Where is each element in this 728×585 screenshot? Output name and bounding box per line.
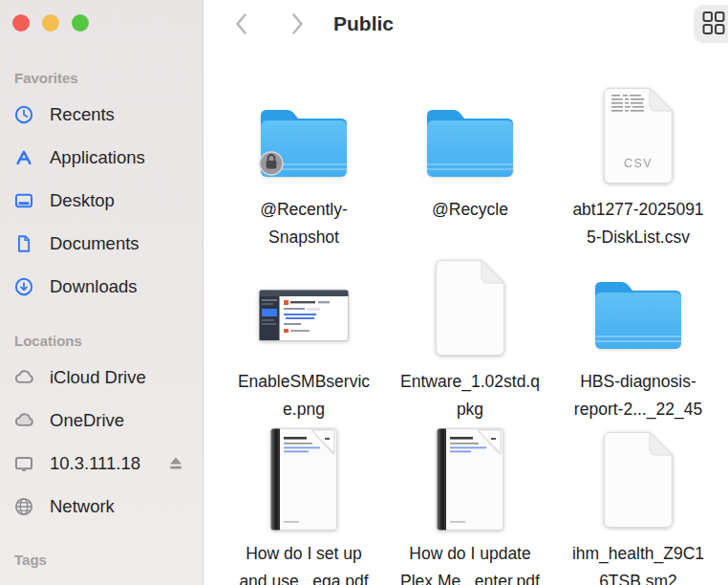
display-icon: [13, 453, 34, 474]
zoom-window-button[interactable]: [72, 14, 89, 32]
sidebar-item-label: OneDrive: [50, 410, 124, 431]
pdf-book-icon: [270, 428, 337, 531]
file-name: How do I set upand use...ega.pdf: [220, 540, 388, 585]
sidebar-section-heading: Tags: [14, 551, 47, 570]
file-name: ihm_health_Z9C16TSB.sm2: [554, 540, 722, 585]
minimize-window-button[interactable]: [42, 14, 59, 32]
desktop-icon: [13, 190, 34, 211]
sidebar-item-label: Documents: [50, 233, 139, 254]
csv-file-icon: CSV: [603, 87, 674, 184]
sidebar-item-label: iCloud Drive: [50, 367, 146, 388]
file-item-enablesmbservice-png[interactable]: EnableSMBservice.png: [220, 257, 388, 414]
sidebar-item-label: Applications: [50, 147, 145, 168]
sidebar-item-label: Desktop: [50, 190, 115, 211]
folder-icon: [421, 102, 519, 181]
file-item-recycle[interactable]: @Recycle: [386, 85, 554, 242]
grid-view-icon: [702, 11, 725, 38]
sidebar-section-heading: Favorites: [14, 69, 78, 88]
locked-folder-icon: [255, 102, 353, 181]
file-name: @Recently-Snapshot: [220, 196, 388, 251]
sidebar-item-icloud-drive[interactable]: iCloud Drive: [8, 360, 196, 395]
file-item-disklist-csv[interactable]: CSV abt1277-20250915-DiskList.csv: [554, 85, 722, 242]
cloud-icon: [13, 410, 34, 431]
generic-file-icon: [603, 431, 674, 529]
file-item-how-do-i-update-plex-pdf[interactable]: How do I updatePlex Me...enter.pdf: [386, 429, 554, 585]
download-circle-icon: [13, 276, 34, 297]
file-item-ihm-health-sm2[interactable]: ihm_health_Z9C16TSB.sm2: [554, 429, 722, 585]
pdf-book-icon: [437, 428, 503, 531]
grid-view-button[interactable]: [694, 5, 728, 43]
file-name: HBS-diagnosis-report-2..._22_45: [554, 368, 722, 423]
sidebar-item-network[interactable]: Network: [8, 489, 196, 524]
sidebar-item-applications[interactable]: Applications: [8, 141, 196, 175]
cloud-icon: [13, 367, 34, 388]
sidebar-section-heading: Locations: [14, 332, 82, 351]
file-name: How do I updatePlex Me...enter.pdf: [386, 540, 554, 585]
file-item-recently-snapshot[interactable]: @Recently-Snapshot: [220, 85, 388, 242]
globe-icon: [13, 496, 34, 517]
close-window-button[interactable]: [12, 14, 30, 32]
file-item-hbs-diagnosis-report[interactable]: HBS-diagnosis-report-2..._22_45: [554, 257, 722, 414]
chevron-right-icon: [287, 11, 308, 40]
sidebar-item-documents[interactable]: Documents: [8, 227, 196, 261]
sidebar-item-recents[interactable]: Recents: [8, 98, 196, 132]
back-button[interactable]: [229, 11, 254, 39]
sidebar: Favorites Recents Applications Desktop D…: [0, 0, 203, 585]
sidebar-item-label: Recents: [50, 104, 115, 125]
file-item-how-do-i-set-up-pdf[interactable]: How do I set upand use...ega.pdf: [220, 429, 388, 585]
page-title: Public: [333, 12, 394, 35]
document-icon: [13, 233, 34, 254]
file-name: Entware_1.02std.qpkg: [386, 368, 554, 423]
sidebar-item-label: 10.3.111.18: [50, 453, 140, 474]
sidebar-item-desktop[interactable]: Desktop: [8, 184, 196, 218]
generic-file-icon: [435, 259, 505, 357]
file-item-entware-qpkg[interactable]: Entware_1.02std.qpkg: [386, 257, 554, 414]
forward-button[interactable]: [285, 11, 310, 39]
sidebar-item-onedrive[interactable]: OneDrive: [8, 403, 196, 438]
window-controls: [12, 14, 89, 32]
chevron-left-icon: [231, 11, 252, 40]
sidebar-item-label: Downloads: [50, 276, 138, 297]
file-name: abt1277-20250915-DiskList.csv: [554, 196, 722, 251]
folder-icon: [589, 274, 687, 353]
app-store-icon: [13, 147, 34, 168]
image-thumbnail-icon: [259, 290, 349, 341]
csv-badge: CSV: [624, 157, 653, 170]
sidebar-item-server-10-3-111-18[interactable]: 10.3.111.18: [8, 446, 196, 481]
finder-window: Favorites Recents Applications Desktop D…: [0, 0, 728, 585]
eject-icon[interactable]: [165, 453, 186, 474]
file-name: @Recycle: [386, 196, 554, 224]
clock-icon: [13, 104, 34, 125]
sidebar-item-downloads[interactable]: Downloads: [8, 270, 196, 304]
file-name: EnableSMBservice.png: [220, 368, 388, 423]
sidebar-item-label: Network: [50, 496, 115, 517]
